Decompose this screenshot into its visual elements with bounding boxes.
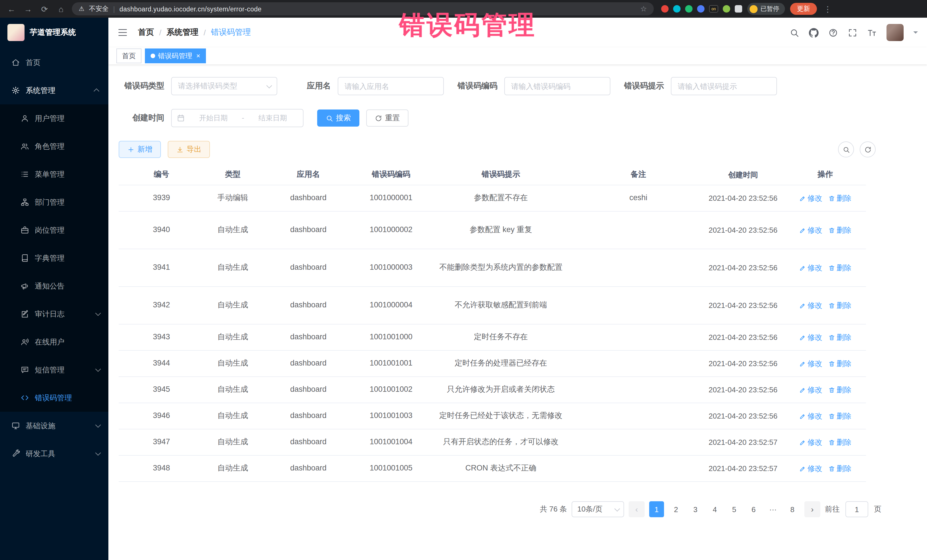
toggle-search-button[interactable] — [838, 141, 854, 157]
delete-link[interactable]: 删除 — [828, 437, 851, 448]
extension-badge-icon[interactable]: on — [709, 5, 718, 12]
extension-icon[interactable] — [673, 5, 681, 12]
extension-icon[interactable] — [735, 5, 742, 12]
edit-link[interactable]: 修改 — [799, 262, 822, 273]
sidebar-item-users[interactable]: 用户管理 — [0, 104, 108, 132]
close-icon[interactable]: × — [196, 52, 200, 60]
delete-link[interactable]: 删除 — [828, 262, 851, 273]
extension-icon[interactable] — [661, 5, 669, 12]
sidebar-item-positions[interactable]: 岗位管理 — [0, 216, 108, 244]
cell-type: 自动生成 — [204, 225, 261, 236]
sidebar-item-dev-tools[interactable]: 研发工具 — [0, 440, 108, 467]
sidebar-item-departments[interactable]: 部门管理 — [0, 188, 108, 216]
delete-link[interactable]: 删除 — [828, 358, 851, 369]
date-range-picker[interactable]: 开始日期 - 结束日期 — [171, 109, 304, 127]
app-name-input[interactable] — [338, 77, 444, 95]
sidebar-item-home[interactable]: 首页 — [0, 49, 108, 76]
sidebar-item-dictionary[interactable]: 字典管理 — [0, 244, 108, 272]
sidebar-item-menus[interactable]: 菜单管理 — [0, 160, 108, 188]
next-page-button[interactable]: › — [804, 501, 820, 517]
delete-link[interactable]: 删除 — [828, 300, 851, 311]
refresh-table-button[interactable] — [860, 141, 876, 157]
sidebar-item-announcements[interactable]: 通知公告 — [0, 272, 108, 300]
github-icon[interactable] — [809, 28, 819, 37]
trash-icon — [828, 227, 835, 234]
browser-forward-button[interactable]: → — [22, 4, 33, 14]
error-msg-input[interactable] — [671, 77, 777, 95]
edit-link[interactable]: 修改 — [799, 225, 822, 236]
edit-label: 修改 — [807, 193, 822, 204]
sidebar-toggle-icon[interactable] — [117, 27, 128, 38]
browser-chrome: ← → ⟳ ⌂ ⚠ 不安全 | dashboard.yudao.iocoder.… — [0, 0, 927, 18]
goto-page-input[interactable] — [845, 501, 868, 517]
page-button-1[interactable]: 1 — [649, 501, 664, 517]
chevron-down-icon[interactable] — [913, 31, 918, 36]
page-button-6[interactable]: 6 — [746, 501, 761, 517]
sidebar-item-audit-logs[interactable]: 审计日志 — [0, 300, 108, 328]
sidebar-item-error-code[interactable]: 错误码管理 — [0, 384, 108, 412]
delete-link[interactable]: 删除 — [828, 384, 851, 396]
tab-error-code[interactable]: 错误码管理 × — [145, 49, 206, 63]
edit-link[interactable]: 修改 — [799, 384, 822, 396]
profile-paused-badge[interactable]: 已暂停 — [747, 3, 785, 15]
browser-back-button[interactable]: ← — [6, 4, 17, 14]
edit-link[interactable]: 修改 — [799, 411, 822, 422]
edit-link[interactable]: 修改 — [799, 332, 822, 343]
prev-page-button[interactable]: ‹ — [629, 501, 644, 517]
page-button-4[interactable]: 4 — [707, 501, 722, 517]
page-size-select[interactable]: 10条/页 — [571, 501, 624, 517]
sidebar-item-sms[interactable]: 短信管理 — [0, 356, 108, 384]
cell-code: 1001001004 — [356, 437, 427, 448]
edit-link[interactable]: 修改 — [799, 463, 822, 474]
cell-app: dashboard — [261, 358, 356, 370]
cell-app: dashboard — [261, 225, 356, 236]
search-button[interactable]: 搜索 — [317, 109, 359, 127]
delete-link[interactable]: 删除 — [828, 332, 851, 343]
sidebar-item-online-users[interactable]: 在线用户 — [0, 328, 108, 356]
page-button-5[interactable]: 5 — [727, 501, 742, 517]
page-button-8[interactable]: 8 — [785, 501, 800, 517]
edit-link[interactable]: 修改 — [799, 437, 822, 448]
search-icon[interactable] — [790, 28, 799, 37]
logo[interactable]: 芋道管理系统 — [0, 18, 108, 47]
export-button[interactable]: 导出 — [168, 141, 210, 158]
delete-link[interactable]: 删除 — [828, 225, 851, 236]
help-icon[interactable] — [828, 28, 838, 37]
breadcrumb-item-system[interactable]: 系统管理 — [167, 27, 199, 38]
delete-label: 删除 — [837, 300, 851, 311]
browser-reload-button[interactable]: ⟳ — [39, 4, 50, 14]
delete-link[interactable]: 删除 — [828, 193, 851, 204]
page-button-3[interactable]: 3 — [688, 501, 703, 517]
avatar[interactable] — [886, 24, 904, 41]
page-more-button[interactable]: ··· — [766, 501, 780, 517]
page-button-2[interactable]: 2 — [669, 501, 684, 517]
sidebar-item-infrastructure[interactable]: 基础设施 — [0, 412, 108, 440]
edit-link[interactable]: 修改 — [799, 193, 822, 204]
edit-link[interactable]: 修改 — [799, 358, 822, 369]
extension-icon[interactable] — [685, 5, 693, 12]
breadcrumb-item-home[interactable]: 首页 — [138, 27, 154, 38]
font-size-icon[interactable] — [867, 28, 877, 37]
browser-home-button[interactable]: ⌂ — [55, 4, 67, 14]
sidebar-item-roles[interactable]: 角色管理 — [0, 132, 108, 160]
bookmark-star-icon[interactable]: ☆ — [640, 5, 647, 13]
error-type-select[interactable]: 请选择错误码类型 — [171, 77, 277, 95]
goto-label: 前往 — [825, 504, 840, 514]
tab-home[interactable]: 首页 — [116, 49, 141, 63]
reset-button[interactable]: 重置 — [366, 109, 409, 127]
delete-link[interactable]: 删除 — [828, 411, 851, 422]
browser-menu-icon[interactable]: ⋮ — [822, 4, 833, 14]
address-bar[interactable]: ⚠ 不安全 | dashboard.yudao.iocoder.cn/syste… — [72, 2, 654, 15]
delete-link[interactable]: 删除 — [828, 463, 851, 474]
extension-icon[interactable] — [723, 5, 730, 12]
delete-label: 删除 — [837, 411, 851, 422]
sidebar-item-system[interactable]: 系统管理 — [0, 76, 108, 104]
edit-icon — [799, 195, 806, 202]
edit-link[interactable]: 修改 — [799, 300, 822, 311]
extension-icon[interactable] — [697, 5, 705, 12]
fullscreen-icon[interactable] — [848, 28, 857, 37]
add-button[interactable]: 新增 — [119, 141, 161, 158]
error-code-input[interactable] — [504, 77, 610, 95]
browser-update-button[interactable]: 更新 — [790, 3, 817, 15]
edit-icon — [799, 413, 806, 419]
